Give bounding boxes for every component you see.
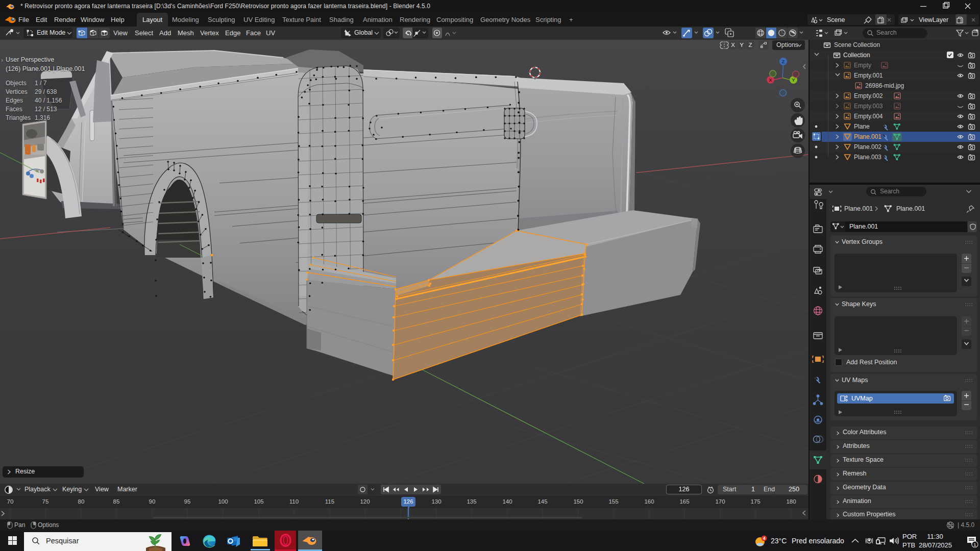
svg-text:X: X — [769, 77, 772, 83]
svg-text:Z: Z — [782, 59, 785, 64]
svg-text:4: 4 — [763, 536, 766, 541]
svg-text:Y: Y — [792, 77, 795, 83]
svg-text:1: 1 — [973, 542, 976, 547]
